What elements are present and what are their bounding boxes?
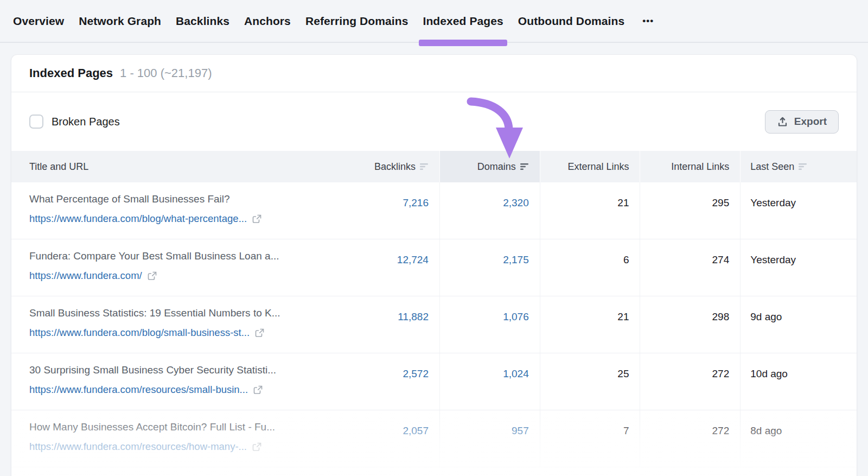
domains-count-link[interactable]: 2,175 (440, 252, 529, 268)
external-links-cell: 21 (540, 182, 640, 239)
backlinks-count-link[interactable]: 7,216 (341, 195, 429, 211)
page-title: Fundera: Compare Your Best Small Busines… (29, 249, 341, 264)
tab-label: Backlinks (176, 15, 229, 28)
tab-label: Anchors (244, 15, 291, 28)
table-row: Fundera: Compare Your Best Small Busines… (11, 239, 857, 296)
export-label: Export (794, 116, 827, 128)
last-seen-cell: 9d ago (740, 296, 857, 353)
column-header-domains[interactable]: Domains (439, 151, 540, 182)
external-links-cell: 21 (540, 296, 640, 353)
page-url-link[interactable]: https://www.fundera.com/blog/small-busin… (29, 325, 250, 340)
column-header-title-url: Title and URL (11, 151, 341, 182)
backlinks-cell: 7,216 (341, 182, 439, 239)
export-button[interactable]: Export (765, 110, 839, 134)
page-title: Small Business Statistics: 19 Essential … (29, 306, 341, 321)
internal-links-cell: 272 (640, 410, 740, 467)
sort-icon (420, 163, 429, 170)
export-icon (777, 116, 788, 128)
domains-cell: 2,320 (439, 182, 540, 239)
column-label: Backlinks (374, 161, 416, 173)
column-label: Domains (477, 161, 516, 173)
broken-pages-checkbox[interactable] (29, 115, 43, 129)
external-links-cell: 6 (540, 239, 640, 296)
tab-anchors[interactable]: Anchors (244, 0, 291, 42)
domains-count-link[interactable]: 2,320 (440, 195, 529, 211)
internal-links-cell: 274 (640, 239, 740, 296)
title-url-cell: Fundera: Compare Your Best Small Busines… (11, 239, 341, 296)
title-url-cell: Small Business Statistics: 19 Essential … (11, 296, 341, 353)
page-url-link[interactable]: https://www.fundera.com/resources/how-ma… (29, 439, 247, 454)
last-seen-cell: 10d ago (740, 353, 857, 410)
column-label: Last Seen (750, 161, 794, 173)
panel-title: Indexed Pages (29, 66, 113, 80)
indexed-pages-panel: Indexed Pages 1 - 100 (~21,197) Broken P… (11, 54, 857, 476)
domains-cell: 1,024 (439, 353, 540, 410)
last-seen-cell: Yesterday (740, 239, 857, 296)
backlinks-cell: 12,724 (341, 239, 439, 296)
tab-label: Outbound Domains (518, 15, 624, 28)
external-links-cell: 7 (540, 410, 640, 467)
column-label: Internal Links (671, 161, 729, 173)
external-link-icon[interactable] (255, 328, 264, 338)
column-header-external-links: External Links (540, 151, 640, 182)
tab-backlinks[interactable]: Backlinks (176, 0, 229, 42)
table-row: 30 Surprising Small Business Cyber Secur… (11, 353, 857, 410)
domains-count-link[interactable]: 1,024 (440, 366, 529, 382)
internal-links-cell: 295 (640, 182, 740, 239)
domains-count-link[interactable]: 957 (440, 423, 529, 439)
page-url-link[interactable]: https://www.fundera.com/ (29, 268, 142, 283)
table-row: Small Business Statistics: 19 Essential … (11, 296, 857, 353)
domains-cell: 2,175 (439, 239, 540, 296)
more-tabs-icon[interactable]: ••• (639, 0, 654, 42)
sort-icon (520, 163, 529, 170)
column-header-internal-links: Internal Links (640, 151, 740, 182)
tab-label: Indexed Pages (423, 15, 503, 28)
external-links-cell: 25 (540, 353, 640, 410)
column-label: Title and URL (29, 161, 88, 173)
report-tabs-bar: Overview Network Graph Backlinks Anchors… (0, 0, 868, 43)
tab-label: Referring Domains (305, 15, 409, 28)
backlinks-count-link[interactable]: 12,724 (341, 252, 429, 268)
backlinks-cell: 2,057 (341, 410, 439, 467)
backlinks-count-link[interactable]: 2,572 (341, 366, 429, 382)
table-header-row: Title and URL Backlinks Domains External… (11, 151, 857, 182)
tab-outbound-domains[interactable]: Outbound Domains (518, 0, 624, 42)
tab-label: Network Graph (79, 15, 161, 28)
result-range-label: 1 - 100 (~21,197) (120, 66, 212, 80)
domains-cell: 957 (439, 410, 540, 467)
backlinks-count-link[interactable]: 2,057 (341, 423, 429, 439)
table-row: How Many Businesses Accept Bitcoin? Full… (11, 410, 857, 467)
title-url-cell: 30 Surprising Small Business Cyber Secur… (11, 353, 341, 410)
external-link-icon[interactable] (253, 385, 263, 395)
title-url-cell: How Many Businesses Accept Bitcoin? Full… (11, 410, 341, 467)
backlinks-cell: 11,882 (341, 296, 439, 353)
page-url-link[interactable]: https://www.fundera.com/resources/small-… (29, 382, 248, 397)
column-header-backlinks[interactable]: Backlinks (341, 151, 439, 182)
table-row: What Percentage of Small Businesses Fail… (11, 182, 857, 239)
external-link-icon[interactable] (252, 442, 261, 452)
tab-referring-domains[interactable]: Referring Domains (305, 0, 409, 42)
backlinks-cell: 2,572 (341, 353, 439, 410)
last-seen-cell: Yesterday (740, 182, 857, 239)
internal-links-cell: 298 (640, 296, 740, 353)
tab-overview[interactable]: Overview (13, 0, 64, 42)
last-seen-cell: 8d ago (740, 410, 857, 467)
broken-pages-label: Broken Pages (52, 116, 120, 128)
tab-label: Overview (13, 15, 64, 28)
column-header-last-seen[interactable]: Last Seen (740, 151, 857, 182)
sort-icon (799, 163, 807, 170)
column-label: External Links (567, 161, 629, 173)
tab-indexed-pages[interactable]: Indexed Pages (423, 0, 503, 42)
page-url-link[interactable]: https://www.fundera.com/blog/what-percen… (29, 211, 247, 226)
panel-header: Indexed Pages 1 - 100 (~21,197) (11, 55, 857, 92)
external-link-icon[interactable] (148, 271, 157, 281)
external-link-icon[interactable] (252, 214, 261, 224)
page-title: 30 Surprising Small Business Cyber Secur… (29, 363, 341, 378)
title-url-cell: What Percentage of Small Businesses Fail… (11, 182, 341, 239)
page-title: What Percentage of Small Businesses Fail… (29, 192, 341, 207)
backlinks-count-link[interactable]: 11,882 (341, 309, 429, 325)
domains-count-link[interactable]: 1,076 (440, 309, 529, 325)
internal-links-cell: 272 (640, 353, 740, 410)
tab-network-graph[interactable]: Network Graph (79, 0, 161, 42)
domains-cell: 1,076 (439, 296, 540, 353)
